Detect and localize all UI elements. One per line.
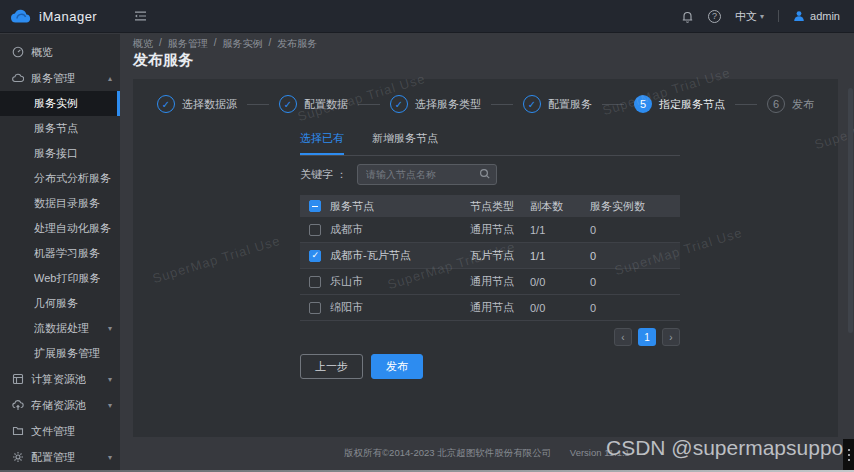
page-title: 发布服务 <box>133 51 193 70</box>
user-icon <box>793 10 805 22</box>
next-page-icon[interactable]: › <box>662 328 680 346</box>
app-logo: iManager <box>0 9 120 24</box>
vertical-scrollbar[interactable] <box>848 88 853 333</box>
sidebar-item-compute-pool[interactable]: 计算资源池 ▾ <box>0 366 120 392</box>
folder-icon <box>12 425 24 437</box>
table-header: 服务节点 节点类型 副本数 服务实例数 <box>300 195 680 217</box>
sidebar-item-service-instance[interactable]: 服务实例 <box>0 91 120 116</box>
col-node-type: 节点类型 <box>470 199 530 214</box>
step-number: 6 <box>767 95 785 113</box>
breadcrumb-service-management[interactable]: 服务管理 <box>168 37 208 51</box>
username: admin <box>810 10 840 22</box>
tab-add-service-node[interactable]: 新增服务节点 <box>372 131 438 155</box>
select-all-checkbox[interactable] <box>309 200 321 212</box>
sidebar-item-service-node[interactable]: 服务节点 <box>0 116 120 141</box>
table-row[interactable]: 乐山市 通用节点 0/0 0 <box>300 269 680 295</box>
sidebar-item-storage-pool[interactable]: 存储资源池 ▾ <box>0 392 120 418</box>
step-configure-service: 配置服务 <box>523 95 592 113</box>
previous-step-button[interactable]: 上一步 <box>300 354 363 379</box>
sidebar-item-stream-processing[interactable]: 流数据处理 ▾ <box>0 316 120 341</box>
tab-select-existing[interactable]: 选择已有 <box>300 131 344 155</box>
breadcrumb-separator: / <box>159 37 162 51</box>
page-number[interactable]: 1 <box>638 328 656 346</box>
sidebar-item-geometry-service[interactable]: 几何服务 <box>0 291 120 316</box>
row-checkbox[interactable] <box>309 224 321 236</box>
chevron-up-icon: ▴ <box>108 74 112 83</box>
collapse-menu-icon[interactable] <box>134 10 147 22</box>
wizard-stepper: 选择数据源 配置数据 选择服务类型 配置服务 5 指定服务节点 6 发布 <box>157 95 814 113</box>
step-number: 5 <box>634 95 652 113</box>
step-select-datasource: 选择数据源 <box>157 95 237 113</box>
publish-button[interactable]: 发布 <box>371 354 423 379</box>
row-checkbox[interactable] <box>309 302 321 314</box>
sidebar-item-web-print[interactable]: Web打印服务 <box>0 266 120 291</box>
sidebar-item-service-interface[interactable]: 服务接口 <box>0 141 120 166</box>
node-table: 服务节点 节点类型 副本数 服务实例数 成都市 通用节点 1/1 0 成都市-瓦… <box>300 195 680 321</box>
sidebar-item-distributed-analysis[interactable]: 分布式分析服务 <box>0 166 120 191</box>
table-row[interactable]: 成都市-瓦片节点 瓦片节点 1/1 0 <box>300 243 680 269</box>
col-replicas: 副本数 <box>530 199 590 214</box>
breadcrumb-overview[interactable]: 概览 <box>133 37 153 51</box>
col-service-node: 服务节点 <box>330 199 470 214</box>
cloud-logo-icon <box>10 9 32 24</box>
table-row[interactable]: 绵阳市 通用节点 0/0 0 <box>300 295 680 321</box>
search-icon[interactable] <box>479 168 491 180</box>
prev-page-icon[interactable]: ‹ <box>614 328 632 346</box>
step-connector <box>735 104 757 105</box>
chevron-down-icon: ▾ <box>108 324 112 333</box>
breadcrumb: 概览 / 服务管理 / 服务实例 / 发布服务 <box>133 37 317 51</box>
sidebar-item-config-management[interactable]: 配置管理 ▾ <box>0 444 120 470</box>
step-specify-node: 5 指定服务节点 <box>634 95 725 113</box>
chevron-down-icon: ▾ <box>108 453 112 462</box>
gear-icon <box>12 451 24 463</box>
sidebar-item-data-catalog[interactable]: 数据目录服务 <box>0 191 120 216</box>
chevron-down-icon: ▾ <box>108 375 112 384</box>
step-publish: 6 发布 <box>767 95 814 113</box>
notification-icon[interactable] <box>681 10 694 23</box>
help-icon[interactable]: ? <box>708 10 721 23</box>
chevron-down-icon: ▾ <box>108 401 112 410</box>
sidebar-item-service-management[interactable]: 服务管理 ▴ <box>0 65 120 91</box>
user-menu[interactable]: admin <box>793 10 840 22</box>
storage-cloud-icon <box>12 399 24 411</box>
step-connector <box>358 104 380 105</box>
check-icon <box>279 95 297 113</box>
row-checkbox[interactable] <box>309 250 321 262</box>
language-label: 中文 <box>735 9 757 24</box>
wizard-panel: 选择数据源 配置数据 选择服务类型 配置服务 5 指定服务节点 6 发布 选择 <box>133 79 838 437</box>
language-selector[interactable]: 中文 ▾ <box>735 9 764 24</box>
check-icon <box>390 95 408 113</box>
chevron-down-icon: ▾ <box>760 12 764 21</box>
footer: 版权所有©2014-2023 北京超图软件股份有限公司 Version 11.1… <box>120 447 854 460</box>
row-checkbox[interactable] <box>309 276 321 288</box>
step-connector <box>247 104 269 105</box>
sidebar-item-extended-service[interactable]: 扩展服务管理 <box>0 341 120 366</box>
node-tabs: 选择已有 新增服务节点 <box>300 131 680 156</box>
sidebar: 概览 服务管理 ▴ 服务实例 服务节点 服务接口 分布式分析服务 数据目录服务 … <box>0 34 120 470</box>
compute-grid-icon <box>12 373 24 385</box>
top-bar: iManager ? 中文 ▾ admin <box>0 0 854 33</box>
col-instances: 服务实例数 <box>590 199 680 214</box>
gauge-icon <box>12 46 24 58</box>
breadcrumb-separator: / <box>214 37 217 51</box>
corner-toolbar[interactable] <box>843 439 854 470</box>
breadcrumb-separator: / <box>269 37 272 51</box>
version-text: Version 11.1.1 <box>570 447 630 458</box>
divider <box>778 10 779 22</box>
cloud-icon <box>12 72 24 84</box>
step-select-service-type: 选择服务类型 <box>390 95 481 113</box>
step-connector <box>491 104 513 105</box>
check-icon <box>157 95 175 113</box>
keyword-label: 关键字 ： <box>300 167 347 182</box>
step-connector <box>602 104 624 105</box>
sidebar-item-file-management[interactable]: 文件管理 <box>0 418 120 444</box>
table-row[interactable]: 成都市 通用节点 1/1 0 <box>300 217 680 243</box>
sidebar-item-overview[interactable]: 概览 <box>0 39 120 65</box>
sidebar-item-machine-learning[interactable]: 机器学习服务 <box>0 241 120 266</box>
node-search-input[interactable] <box>357 164 497 185</box>
step-configure-data: 配置数据 <box>279 95 348 113</box>
breadcrumb-service-instance[interactable]: 服务实例 <box>223 37 263 51</box>
app-title: iManager <box>39 9 97 24</box>
check-icon <box>523 95 541 113</box>
sidebar-item-processing-automation[interactable]: 处理自动化服务 <box>0 216 120 241</box>
